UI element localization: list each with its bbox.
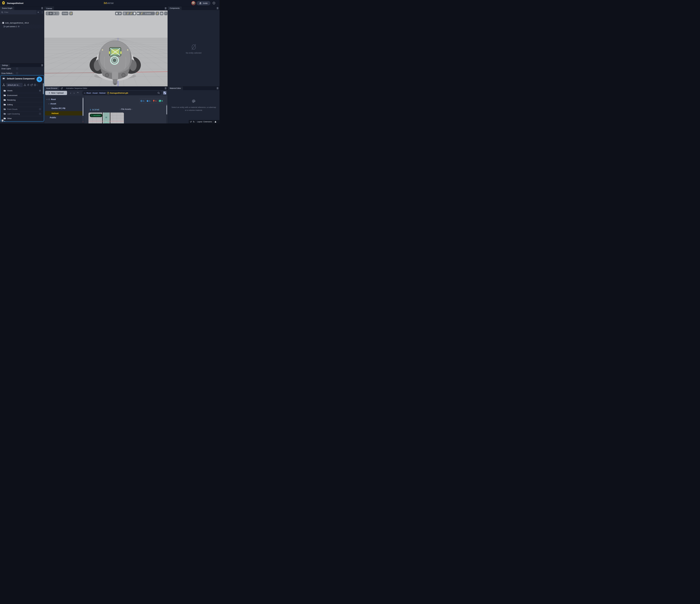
tab-asset-browser[interactable]: Asset Browser	[44, 86, 59, 90]
breadcrumb-asset[interactable]: Asset	[93, 92, 98, 94]
panel-toggle-icon[interactable]	[41, 7, 43, 9]
extensions-button[interactable]: Extensions	[203, 121, 212, 123]
folder-row-color-correction[interactable]: Color Correction	[1, 121, 43, 122]
folder-row-other[interactable]: Other	[1, 116, 43, 121]
lights-toggle-slashed-icon[interactable]	[129, 11, 133, 15]
scene-graph-menu-button[interactable]: ⋮	[40, 11, 44, 14]
panel-toggle-icon[interactable]	[165, 7, 167, 9]
popup-scrollbar[interactable]	[43, 83, 44, 94]
tab-scene-graph[interactable]: Scene Graph	[0, 6, 14, 10]
skybox-toggle-icon[interactable]	[133, 11, 136, 15]
undo-button[interactable]: ↺	[190, 121, 192, 123]
tab-components[interactable]: Components	[168, 6, 181, 10]
open-external-icon[interactable]	[59, 86, 64, 90]
mesh-count-badge[interactable]: 1	[146, 99, 152, 103]
voxels-checkbox[interactable]: ✓	[39, 90, 41, 92]
atree-row-public[interactable]: Public	[50, 116, 56, 119]
renderer-input[interactable]: default pbr re...	[6, 83, 23, 87]
tab-settings[interactable]: Settings	[0, 64, 10, 67]
panel-toggle-icon[interactable]	[165, 87, 167, 89]
invite-button[interactable]: Invite	[197, 1, 210, 5]
camera-speed-value[interactable]: 5 km/h	[145, 12, 151, 15]
panel-toggle-icon[interactable]	[217, 87, 218, 89]
texture-count-badge[interactable]: 5	[158, 99, 164, 103]
scroll-down-arrow-icon[interactable]	[82, 122, 83, 123]
folder-row-light-clustering[interactable]: Light Clustering	[1, 111, 43, 116]
move-tool-button[interactable]	[49, 11, 52, 15]
light-clustering-checkbox[interactable]	[39, 113, 41, 115]
stop-button[interactable]	[115, 11, 119, 15]
draw-reflections-checkbox[interactable]	[16, 72, 18, 74]
layout-button[interactable]: Layout	[197, 121, 202, 123]
atree-row-root[interactable]: ⌂ Root	[46, 98, 56, 101]
folder-row-environment[interactable]: Environment	[1, 93, 43, 98]
chevron-right-icon[interactable]: ›	[37, 83, 38, 86]
avatar[interactable]	[191, 1, 196, 5]
breadcrumb-file[interactable]: DamagedHelmet.glb	[110, 92, 128, 94]
speed-boost-slashed-icon[interactable]	[140, 11, 143, 15]
tree-row-node[interactable]: › node_damagedHelmet_-6514	[0, 21, 44, 25]
tree-row-camera[interactable]: paf camera 1	[0, 25, 44, 28]
microphone-slashed-button[interactable]	[155, 11, 159, 15]
nav-forward-button[interactable]: ›	[74, 91, 75, 95]
screenshot-button[interactable]	[160, 11, 164, 15]
panel-toggle-icon[interactable]	[41, 64, 43, 66]
gizmos-toggle-slashed-icon[interactable]	[126, 11, 129, 15]
scene-count-badge[interactable]: 1	[139, 99, 146, 103]
scale-tool-button[interactable]	[52, 11, 56, 15]
tree-scrollbar[interactable]	[82, 97, 84, 123]
folder-row-point-clouds[interactable]: Point Clouds	[1, 107, 43, 111]
filter-input[interactable]: Filter	[0, 10, 36, 15]
scene-thumbnail[interactable]: 1 session	[89, 112, 124, 124]
viewport-3d[interactable]: Global 5 km/h	[44, 10, 168, 86]
expand-chevron-icon[interactable]: ›	[1, 22, 2, 24]
breadcrumb-helmet[interactable]: Helmet	[99, 92, 105, 94]
nav-up-button[interactable]	[77, 93, 78, 94]
info-icon[interactable]	[34, 84, 36, 86]
tab-canvas[interactable]: Canvas	[44, 6, 54, 10]
content-scrollbar-thumb[interactable]	[166, 105, 167, 114]
pick-entity-button[interactable]	[36, 77, 42, 82]
folder-row-editing[interactable]: Editing	[1, 102, 43, 107]
atree-row-gecko[interactable]: Gecko IFC PB	[51, 107, 66, 109]
redo-button[interactable]: ↻	[193, 121, 195, 123]
open-external-icon[interactable]	[30, 84, 33, 86]
new-upload-button[interactable]: + New / Upload	[45, 91, 67, 95]
bug-report-icon[interactable]	[215, 121, 217, 123]
breadcrumb-root[interactable]: Root	[86, 92, 91, 94]
panel-toggle-icon[interactable]	[217, 7, 218, 9]
app-logo-icon[interactable]	[2, 1, 5, 5]
tab-animation-sequence-editor[interactable]: Animation Sequence Editor	[64, 86, 89, 90]
atree-row-helmet-selected[interactable]: Helmet	[45, 111, 83, 115]
branch-icon[interactable]	[24, 84, 26, 86]
global-space-button[interactable]: Global	[62, 11, 68, 15]
draw-lights-checkbox[interactable]	[16, 68, 18, 70]
tree-scrollbar-thumb[interactable]	[82, 98, 83, 116]
scroll-up-arrow-icon[interactable]	[82, 97, 83, 98]
point-clouds-checkbox[interactable]	[39, 108, 41, 110]
visibility-eye-icon[interactable]	[18, 26, 20, 27]
view-mode-toggle[interactable]	[164, 91, 166, 95]
info-icon[interactable]	[212, 2, 215, 4]
folder-row-rendering[interactable]: Rendering	[1, 98, 43, 102]
material-count-badge[interactable]: 1	[152, 99, 158, 103]
nav-back-button[interactable]: ‹	[70, 91, 71, 95]
chevron-down-icon[interactable]	[48, 103, 50, 104]
play-button[interactable]	[119, 11, 122, 15]
refresh-icon[interactable]	[27, 84, 29, 86]
tab-material-editor[interactable]: Material Editor	[168, 86, 183, 90]
chevron-down-icon[interactable]	[46, 98, 48, 100]
bounding-box-tool-button[interactable]	[56, 11, 59, 15]
folder-row-voxels[interactable]: Voxels ✓	[1, 88, 43, 93]
search-icon[interactable]	[157, 92, 160, 94]
home-icon[interactable]: ⌂	[84, 92, 85, 94]
video-camera-icon[interactable]	[136, 11, 140, 15]
atree-row-asset[interactable]: Asset	[48, 102, 56, 105]
help-button[interactable]: ?	[164, 11, 168, 15]
content-scrollbar[interactable]	[166, 104, 167, 124]
rotate-tool-button[interactable]	[46, 11, 49, 15]
grid-toggle-icon[interactable]	[123, 11, 126, 15]
snap-toggle-button[interactable]	[69, 11, 73, 15]
scroll-up-arrow-icon[interactable]	[166, 104, 167, 105]
add-entity-button[interactable]: +	[36, 11, 40, 14]
